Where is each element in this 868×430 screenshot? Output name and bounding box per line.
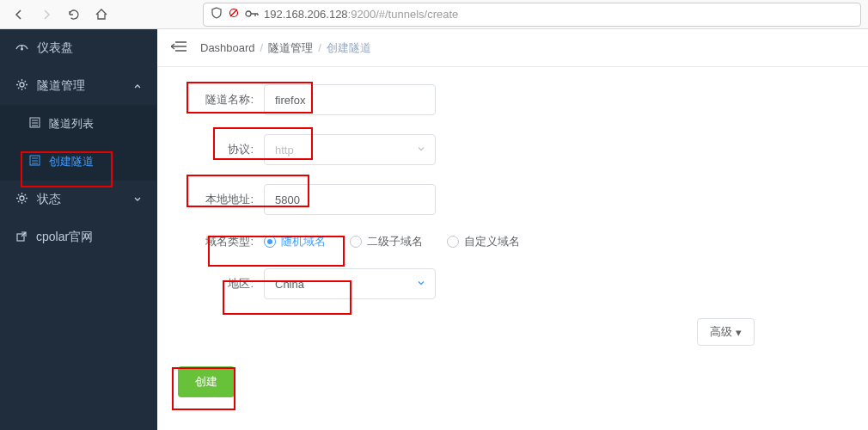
sidebar-sub-label: 隧道列表 <box>49 116 94 132</box>
main-content: Dashboard / 隧道管理 / 创建隧道 隧道名称: 协议: http <box>157 29 868 430</box>
chevron-down-icon <box>416 144 426 157</box>
advanced-button[interactable]: 高级▾ <box>697 318 755 346</box>
create-button[interactable]: 创建 <box>178 366 235 397</box>
hamburger-icon[interactable] <box>171 40 186 56</box>
region-select[interactable]: China <box>264 268 436 299</box>
sidebar-item-status[interactable]: 状态 <box>0 181 157 218</box>
home-button[interactable] <box>89 3 113 27</box>
radio-circle-icon <box>350 236 362 248</box>
domain-type-label: 域名类型: <box>178 234 264 249</box>
crumb-sep: / <box>318 41 321 54</box>
create-tunnel-form: 隧道名称: 协议: http 本地地址: 域名类型: 随机域名 <box>157 67 868 415</box>
tunnel-name-input[interactable] <box>264 84 436 115</box>
radio-circle-icon <box>447 236 459 248</box>
sidebar-item-label: 仪表盘 <box>37 40 73 56</box>
list-icon <box>29 117 40 131</box>
sidebar-item-cpolar-site[interactable]: cpolar官网 <box>0 218 157 256</box>
protocol-select[interactable]: http <box>264 134 436 165</box>
sidebar-item-label: 状态 <box>37 192 61 207</box>
key-icon <box>245 8 259 21</box>
radio-circle-icon <box>264 236 276 248</box>
gear-icon <box>15 78 28 94</box>
shield-icon <box>211 7 223 22</box>
radio-random-domain[interactable]: 随机域名 <box>264 234 326 249</box>
radio-custom-domain[interactable]: 自定义域名 <box>447 234 520 249</box>
region-value: China <box>275 278 304 291</box>
local-addr-input[interactable] <box>264 184 436 215</box>
topbar: Dashboard / 隧道管理 / 创建隧道 <box>157 29 868 67</box>
back-button[interactable] <box>7 3 31 27</box>
chevron-down-icon <box>133 193 142 206</box>
sidebar: 仪表盘 隧道管理 隧道列表 创建隧道 状态 cpolar官网 <box>0 29 157 430</box>
sidebar-sub-create-tunnel[interactable]: 创建隧道 <box>0 143 157 181</box>
crumb-sep: / <box>260 41 264 54</box>
svg-point-13 <box>20 196 24 200</box>
sidebar-item-tunnel-mgmt[interactable]: 隧道管理 <box>0 67 157 105</box>
crumb-current: 创建隧道 <box>327 40 371 56</box>
local-addr-label: 本地地址: <box>178 192 264 207</box>
dashboard-icon <box>15 40 28 56</box>
create-icon <box>29 155 40 169</box>
forward-button[interactable] <box>34 3 58 27</box>
caret-down-icon: ▾ <box>736 326 742 339</box>
breadcrumb: Dashboard / 隧道管理 / 创建隧道 <box>200 40 371 56</box>
address-bar[interactable]: 192.168.206.128:9200/#/tunnels/create <box>203 3 861 27</box>
browser-address-bar: 192.168.206.128:9200/#/tunnels/create <box>0 0 868 29</box>
sidebar-sub-label: 创建隧道 <box>49 154 94 169</box>
status-icon <box>15 192 28 207</box>
crumb-l1[interactable]: 隧道管理 <box>268 40 313 56</box>
svg-point-3 <box>21 48 23 51</box>
url-text: 192.168.206.128:9200/#/tunnels/create <box>264 8 458 21</box>
svg-point-4 <box>20 83 24 87</box>
chevron-down-icon <box>416 278 426 291</box>
external-link-icon <box>15 230 28 245</box>
no-tracking-icon <box>228 7 240 22</box>
domain-type-radio-group: 随机域名 二级子域名 自定义域名 <box>264 234 520 249</box>
sidebar-item-label: cpolar官网 <box>36 230 93 245</box>
chevron-up-icon <box>133 79 142 93</box>
tunnel-name-label: 隧道名称: <box>178 92 264 108</box>
radio-subdomain[interactable]: 二级子域名 <box>350 234 423 249</box>
sidebar-sub-tunnel-list[interactable]: 隧道列表 <box>0 105 157 143</box>
crumb-root[interactable]: Dashboard <box>200 41 255 54</box>
region-label: 地区: <box>178 276 264 292</box>
protocol-value: http <box>275 144 294 157</box>
reload-button[interactable] <box>62 3 86 27</box>
sidebar-item-dashboard[interactable]: 仪表盘 <box>0 29 157 67</box>
protocol-label: 协议: <box>178 142 264 157</box>
sidebar-item-label: 隧道管理 <box>37 78 85 94</box>
svg-point-2 <box>246 11 251 16</box>
